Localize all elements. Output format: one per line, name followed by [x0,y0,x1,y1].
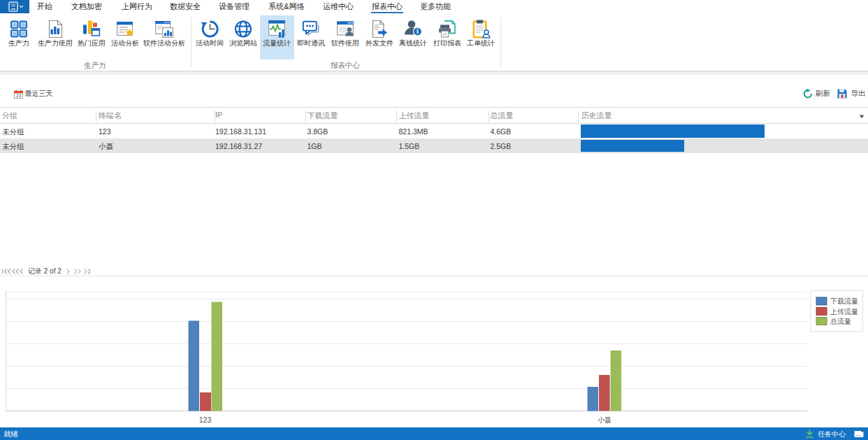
svg-text:123: 123 [199,416,212,424]
svg-text:下载流量: 下载流量 [830,297,858,305]
svg-text:上传流量: 上传流量 [830,308,858,315]
svg-text:23: 23 [16,93,22,98]
svg-text:总流量: 总流量 [830,318,851,325]
svg-text:小聂: 小聂 [598,416,612,424]
